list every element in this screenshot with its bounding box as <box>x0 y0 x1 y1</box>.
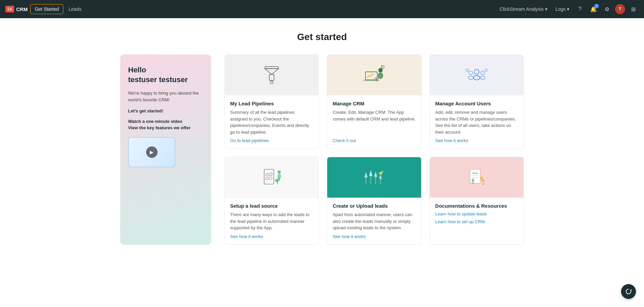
card-lead-pipelines: My Lead Pipelines Summary of all the lea… <box>225 55 319 149</box>
svg-marker-33 <box>369 170 373 176</box>
svg-rect-20 <box>264 169 274 184</box>
main-content: Get started Hello testuser testuser We'r… <box>0 18 644 307</box>
svg-point-12 <box>474 69 479 74</box>
avatar[interactable]: T <box>615 4 625 14</box>
card-image-manage-crm <box>327 55 421 95</box>
svg-rect-0 <box>265 67 278 69</box>
refresh-icon <box>625 288 632 295</box>
card-image-lead-pipelines <box>225 55 319 95</box>
content-area: Hello testuser testuser We're happy to b… <box>120 55 524 245</box>
nav-leads[interactable]: Leads <box>65 4 86 14</box>
svg-rect-46 <box>480 176 485 182</box>
card-body-create-leads: Create or Upload leads Apart from automa… <box>327 198 421 244</box>
card-image-docs <box>430 157 524 198</box>
grid-icon[interactable]: ⊞ <box>628 4 639 14</box>
svg-point-6 <box>378 68 383 72</box>
svg-marker-1 <box>265 69 278 74</box>
brand-label: CRM <box>16 6 28 12</box>
svg-rect-2 <box>269 74 274 80</box>
logs-dropdown[interactable]: Logs ▾ <box>553 5 572 13</box>
card-body-setup: Setup a lead source There are many ways … <box>225 198 319 244</box>
svg-point-15 <box>468 76 473 79</box>
cards-grid: My Lead Pipelines Summary of all the lea… <box>225 55 524 245</box>
card-link-setup[interactable]: See how it works <box>230 234 313 239</box>
card-desc-account-users: Add, edit, remove and manage users acros… <box>435 109 518 135</box>
card-title-manage-crm: Manage CRM <box>333 101 416 106</box>
card-title-lead-pipelines: My Lead Pipelines <box>230 101 313 106</box>
svg-marker-31 <box>365 172 368 177</box>
svg-point-21 <box>266 173 268 176</box>
card-image-create-leads <box>327 157 421 198</box>
card-link-lead-pipelines[interactable]: Go to lead pipelines <box>230 138 313 143</box>
card-title-account-users: Manage Account Users <box>435 101 518 106</box>
card-image-setup <box>225 157 319 198</box>
svg-marker-37 <box>379 174 382 179</box>
card-link-docs-1[interactable]: Learn how to update leads <box>435 211 518 216</box>
card-desc-manage-crm: Create, Edit, Manage CRM. The App comes … <box>333 109 416 135</box>
welcome-links: Watch a one-minute video View the key fe… <box>128 119 203 130</box>
svg-point-3 <box>270 81 273 84</box>
clickstream-dropdown[interactable]: ClickStream Analysis ▾ <box>497 5 550 13</box>
card-manage-crm: Manage CRM Create, Edit, Manage CRM. The… <box>327 55 421 149</box>
card-body-account-users: Manage Account Users Add, edit, remove a… <box>430 95 524 148</box>
rockets-icon <box>361 164 387 191</box>
welcome-greeting: Hello testuser testuser <box>128 65 203 84</box>
person-laptop-icon <box>361 62 387 89</box>
users-icon <box>463 62 490 89</box>
card-desc-setup: There are many ways to add the leads to … <box>230 211 313 231</box>
navbar: ES CRM Get Started Leads ClickStream Ana… <box>0 0 644 18</box>
video-thumbnail[interactable]: ▶ <box>128 137 175 167</box>
card-docs: Documentations & Resources Learn how to … <box>430 157 524 245</box>
key-features-link[interactable]: View the key features we offer <box>128 125 203 130</box>
brand-icon: ES <box>5 6 14 12</box>
page-title: Get started <box>20 32 624 42</box>
svg-point-17 <box>480 76 485 79</box>
settings-icon[interactable]: ⚙ <box>602 4 612 14</box>
svg-point-23 <box>269 173 272 175</box>
card-body-manage-crm: Manage CRM Create, Edit, Manage CRM. The… <box>327 95 421 148</box>
svg-marker-11 <box>382 66 383 67</box>
svg-marker-47 <box>482 183 484 185</box>
card-image-account-users <box>430 55 524 95</box>
card-setup-lead-source: Setup a lead source There are many ways … <box>225 157 319 245</box>
card-title-setup: Setup a lead source <box>230 203 313 209</box>
svg-rect-4 <box>366 72 377 80</box>
card-link-create-leads[interactable]: See how it works <box>333 234 416 239</box>
svg-point-13 <box>474 76 480 80</box>
card-link-account-users[interactable]: See how it works <box>435 138 518 143</box>
svg-rect-24 <box>269 177 272 179</box>
svg-marker-35 <box>374 171 377 177</box>
fab-button[interactable] <box>621 284 636 299</box>
svg-point-14 <box>469 71 473 75</box>
card-link-manage-crm[interactable]: Check it out <box>333 138 416 143</box>
svg-point-7 <box>378 72 383 79</box>
notifications-icon[interactable]: 🔔 0 <box>588 4 599 14</box>
card-create-leads: Create or Upload leads Apart from automa… <box>327 157 421 245</box>
logs-chevron-icon: ▾ <box>567 6 569 12</box>
svg-point-16 <box>481 71 484 75</box>
nav-get-started[interactable]: Get Started <box>30 4 63 14</box>
help-icon[interactable]: ? <box>575 4 585 14</box>
clickstream-chevron-icon: ▾ <box>545 6 547 12</box>
watch-video-link[interactable]: Watch a one-minute video <box>128 119 203 124</box>
docs-icon <box>463 164 490 191</box>
welcome-subtitle: We're happy to bring you aboard the worl… <box>128 90 203 103</box>
welcome-cta: Let's get started! <box>128 108 203 113</box>
svg-rect-22 <box>265 177 268 179</box>
svg-point-18 <box>466 69 469 72</box>
play-button[interactable]: ▶ <box>146 146 158 158</box>
card-desc-lead-pipelines: Summary of all the lead pipelines assign… <box>230 109 313 135</box>
svg-point-19 <box>485 69 487 72</box>
brand[interactable]: ES CRM <box>5 6 28 12</box>
card-body-docs: Documentations & Resources Learn how to … <box>430 198 524 244</box>
welcome-card: Hello testuser testuser We're happy to b… <box>120 55 211 245</box>
navbar-right: ClickStream Analysis ▾ Logs ▾ ? 🔔 0 ⚙ T … <box>497 4 639 14</box>
card-desc-create-leads: Apart from automated manner, users can a… <box>333 211 416 231</box>
card-link-docs-2[interactable]: Learn how to set up CRM <box>435 219 518 224</box>
card-title-create-leads: Create or Upload leads <box>333 203 416 209</box>
svg-point-25 <box>277 170 281 174</box>
funnel-icon <box>258 62 285 89</box>
svg-rect-40 <box>470 169 480 183</box>
svg-marker-38 <box>378 171 383 175</box>
svg-point-9 <box>376 78 378 80</box>
